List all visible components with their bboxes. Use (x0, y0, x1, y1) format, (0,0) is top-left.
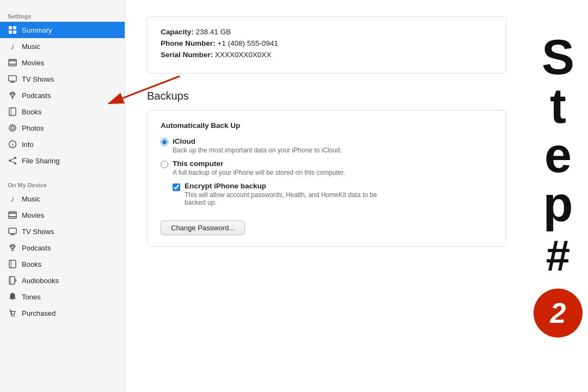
phone-row: Phone Number: +1 (408) 555-0941 (161, 39, 493, 47)
sidebar-item-podcasts2[interactable]: Podcasts (0, 240, 125, 256)
encrypt-label: Encrypt iPhone backup (185, 182, 391, 190)
svg-rect-45 (11, 260, 11, 268)
sidebar-item-label: Summary (22, 26, 52, 34)
svg-rect-41 (10, 235, 15, 235)
this-computer-radio[interactable] (161, 161, 168, 168)
svg-rect-36 (12, 216, 13, 217)
sidebar-item-label: Tones (22, 293, 41, 301)
icloud-option[interactable]: iCloud Back up the most important data o… (161, 137, 493, 154)
step-number: 2 (550, 297, 566, 329)
this-computer-desc: A full backup of your iPhone will be sto… (173, 169, 345, 176)
sidebar-item-tv-shows[interactable]: TV Shows (0, 71, 125, 87)
svg-rect-39 (9, 228, 16, 234)
sidebar-item-music2[interactable]: ♪ Music (0, 191, 125, 207)
svg-rect-7 (10, 59, 11, 60)
sidebar-item-tv-shows2[interactable]: TV Shows (0, 223, 125, 240)
svg-rect-10 (12, 64, 13, 65)
sidebar-item-music[interactable]: ♪ Music (0, 38, 125, 54)
sidebar-item-photos[interactable]: Photos (0, 120, 125, 136)
step-letter-s: S (542, 33, 574, 82)
backups-box: Automatically Back Up iCloud Back up the… (147, 110, 506, 247)
capacity-row: Capacity: 238.41 GB (161, 28, 493, 36)
svg-point-22 (12, 125, 13, 126)
book-icon (8, 259, 17, 269)
sidebar-item-podcasts[interactable]: Podcasts (0, 87, 125, 103)
icloud-radio[interactable] (161, 138, 168, 146)
purchased-icon (8, 308, 17, 318)
step-letter-p: p (543, 180, 573, 229)
info-icon: i (8, 139, 17, 149)
this-computer-label: This computer (173, 160, 345, 168)
sidebar-item-books2[interactable]: Books (0, 256, 125, 272)
svg-rect-5 (9, 60, 16, 62)
sidebar-item-file-sharing[interactable]: File Sharing (0, 152, 125, 169)
podcast-icon (8, 90, 17, 100)
device-info-box: Capacity: 238.41 GB Phone Number: +1 (40… (147, 16, 506, 74)
photo-icon (8, 123, 17, 133)
sidebar-item-label: Podcasts (22, 244, 51, 252)
music-icon: ♪ (8, 41, 17, 51)
backup-radio-group: iCloud Back up the most important data o… (161, 137, 493, 206)
svg-rect-44 (9, 260, 16, 268)
step-badge: 2 (534, 289, 583, 338)
sidebar-item-summary[interactable]: Summary (0, 22, 125, 38)
svg-point-17 (12, 94, 13, 95)
svg-rect-34 (10, 216, 11, 217)
sidebar-item-label: Podcasts (22, 91, 51, 100)
svg-point-25 (14, 157, 16, 159)
sidebar-item-books[interactable]: Books (0, 103, 125, 120)
svg-point-51 (14, 315, 15, 316)
svg-rect-33 (10, 212, 11, 213)
svg-point-27 (14, 162, 16, 164)
on-my-device-section-label: On My Device (0, 174, 125, 191)
svg-point-20 (9, 125, 16, 131)
svg-rect-8 (10, 64, 11, 65)
sidebar-item-info[interactable]: i Info (0, 136, 125, 152)
step-letter-e: e (544, 131, 572, 180)
bell-icon (8, 292, 17, 302)
svg-rect-2 (9, 30, 12, 34)
svg-point-43 (12, 247, 13, 248)
encrypt-option[interactable]: Encrypt iPhone backup This will allow ac… (173, 182, 493, 206)
svg-rect-12 (14, 64, 15, 65)
sidebar-item-movies2[interactable]: Movies (0, 207, 125, 223)
svg-point-50 (11, 315, 13, 316)
share-icon (8, 156, 17, 166)
this-computer-option[interactable]: This computer A full backup of your iPho… (161, 160, 493, 176)
svg-rect-9 (12, 59, 13, 60)
sidebar: Settings Summary ♪ Music (0, 0, 125, 392)
change-password-button[interactable]: Change Password... (161, 220, 245, 235)
sidebar-item-label: Movies (22, 211, 44, 219)
svg-rect-31 (9, 213, 16, 214)
sidebar-item-audiobooks[interactable]: Audiobooks (0, 272, 125, 289)
encrypt-checkbox[interactable] (173, 183, 180, 191)
sidebar-item-label: Music (22, 42, 40, 51)
book-icon (8, 107, 17, 117)
backups-section-title: Backups (147, 90, 506, 102)
sidebar-item-label: Books (22, 108, 41, 116)
svg-rect-1 (13, 26, 16, 29)
sidebar-item-purchased[interactable]: Purchased (0, 305, 125, 321)
sidebar-item-label: Audiobooks (22, 277, 59, 285)
podcast-icon (8, 243, 17, 253)
sidebar-item-label: Info (22, 140, 34, 149)
film-icon (8, 58, 17, 68)
svg-rect-11 (14, 59, 15, 60)
sidebar-item-label: Music (22, 195, 40, 203)
svg-rect-35 (12, 212, 13, 213)
grid-icon (8, 25, 17, 35)
icloud-label: iCloud (173, 137, 342, 145)
svg-point-26 (9, 160, 11, 162)
svg-rect-47 (10, 277, 11, 284)
sidebar-item-tones[interactable]: Tones (0, 289, 125, 305)
sidebar-item-label: Purchased (22, 309, 56, 317)
film-icon (8, 210, 17, 220)
step-letter-t: t (550, 82, 566, 131)
svg-rect-18 (9, 108, 16, 115)
serial-row: Serial Number: XXXX0XX0X0XX (161, 51, 493, 59)
svg-line-28 (11, 158, 14, 160)
svg-rect-19 (11, 108, 11, 115)
sidebar-item-movies[interactable]: Movies (0, 54, 125, 71)
step-hash: # (546, 234, 571, 278)
tv-icon (8, 74, 17, 84)
